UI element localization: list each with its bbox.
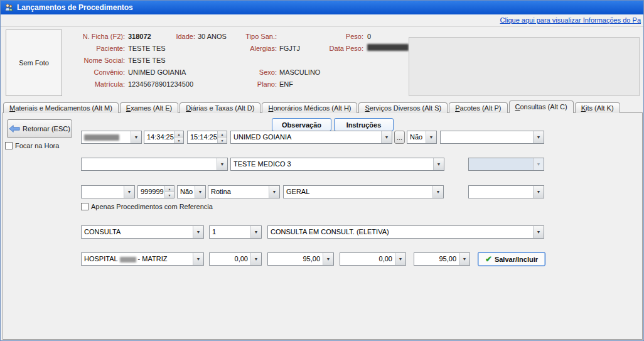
tab-label: Materiais e Medicamentos (Alt M) [9,104,112,112]
patient-plan-value: ENF [279,80,293,88]
observacao-button-label: Observação [282,121,321,129]
horario-esp-combo[interactable]: Não ▼ [407,131,437,144]
spinner-buttons: ▲▼ [164,186,174,198]
prioridade-combo[interactable]: ▼ [468,185,544,198]
dropdown-arrow-icon[interactable]: ▼ [250,253,261,265]
dropdown-arrow-icon[interactable]: ▼ [195,186,205,198]
dropdown-arrow-icon[interactable]: ▼ [533,186,544,198]
procedures-window: Lançamentos de Procedimentos Clique aqui… [0,0,644,341]
codigo-proc-value: 1 [210,226,250,238]
dropdown-arrow-icon[interactable]: ▼ [381,131,392,143]
convenio-combo[interactable]: UNIMED GOIANIA ▼ [230,131,392,144]
tab-exames[interactable]: Exames (Alt E) [120,102,178,113]
valor-convenio-combo[interactable]: 95,00 ▼ [267,252,334,266]
rotina-emergencia-combo[interactable]: Rotina ▼ [208,185,280,198]
origem-combo[interactable]: GERAL ▼ [283,185,444,198]
photo-placeholder-text: Sem Foto [19,59,49,67]
spin-up-icon[interactable]: ▲ [218,131,227,138]
check-icon: ✔ [485,255,492,263]
prioridade-value [469,186,533,198]
dropdown-arrow-icon[interactable]: ▼ [426,131,436,143]
patient-allergies-label: Alergias: [227,45,277,52]
tab-honorarios-medicos[interactable]: Honorários Médicos (Alt H) [262,102,357,113]
hora-inicial-value: 14:34:25 [144,131,174,143]
spin-down-icon[interactable]: ▼ [165,192,174,198]
quant-dias-spinner[interactable]: 999999 ▲▼ [137,185,174,198]
retornar-button[interactable]: Retornar (ESC) [7,119,72,138]
total-ch-combo[interactable]: 0,00 ▼ [209,252,262,266]
dropdown-arrow-icon[interactable]: ▼ [533,131,544,143]
dropdown-arrow-icon[interactable]: ▼ [193,253,203,265]
observacao-button[interactable]: Observação [272,118,331,131]
matricula-combo: ▼ [468,158,544,171]
agendada-combo[interactable]: Não ▼ [177,185,206,198]
hora-inicial-spinner[interactable]: 14:34:25 ▲▼ [144,131,184,144]
dropdown-arrow-icon[interactable]: ▼ [124,186,134,198]
tab-label: Honorários Médicos (Alt H) [268,104,351,112]
patient-sex-label: Sexo: [227,68,277,76]
total-ch-value: 0,00 [210,253,250,265]
data-f6-combo[interactable]: ▼ [81,131,142,144]
checkbox-icon[interactable] [81,203,89,210]
patient-weight-label: Peso: [314,33,363,40]
spin-down-icon[interactable]: ▼ [218,138,227,143]
checkbox-icon[interactable] [5,142,13,149]
dropdown-arrow-icon[interactable]: ▼ [459,253,470,265]
rotina-emergencia-value: Rotina [208,186,269,198]
dropdown-arrow-icon[interactable]: ▼ [131,131,141,143]
instrucoes-button[interactable]: Instruções [334,118,394,131]
dropdown-arrow-icon[interactable]: ▼ [533,226,544,238]
valor-paciente-combo[interactable]: 0,00 ▼ [340,252,406,266]
valor-paciente-value: 0,00 [340,253,395,265]
nome-medico-combo[interactable]: TESTE MEDICO 3 ▼ [230,158,444,171]
patient-ficha-label: N. Ficha (F2): [63,33,125,40]
patient-plan-label: Plano: [227,80,277,88]
window-title: Lançamentos de Procedimentos [17,3,133,12]
historico-value: CONSULTA [82,226,193,238]
spin-down-icon[interactable]: ▼ [174,138,183,143]
prestador-combo[interactable]: ▼ [81,158,228,171]
hora-final-spinner[interactable]: 15:14:25 ▲▼ [187,131,227,144]
arrow-left-icon [9,124,20,133]
dropdown-arrow-icon[interactable]: ▼ [323,253,333,265]
convenio-ellipsis-button[interactable]: ... [394,131,405,144]
spin-up-icon[interactable]: ▲ [165,186,174,192]
dropdown-arrow-icon[interactable]: ▼ [193,226,203,238]
ultima-consulta-value [82,186,124,198]
patient-weight-date-redacted-value [367,44,409,51]
patient-info-link[interactable]: Clique aqui para visualizar Informações … [500,16,641,24]
valor-convenio-value: 95,00 [268,253,323,265]
unidade-combo[interactable]: HOSPITAL- MATRIZ ▼ [81,252,204,266]
historico-combo[interactable]: CONSULTA ▼ [81,225,204,239]
tab-materiais-medicamentos[interactable]: Materiais e Medicamentos (Alt M) [3,102,119,113]
quant-dias-value: 999999 [138,186,164,198]
ultima-consulta-combo[interactable]: ▼ [81,185,135,198]
tab-servicos-diversos[interactable]: Serviços Diversos (Alt S) [358,102,448,113]
valor-total-combo[interactable]: 95,00 ▼ [414,252,470,266]
spin-up-icon[interactable]: ▲ [174,131,183,138]
dropdown-arrow-icon[interactable]: ▼ [269,186,279,198]
patient-name-value: TESTE TES [128,45,166,52]
tab-consultas[interactable]: Consultas (Alt C) [509,100,574,113]
matricula-value [469,158,533,170]
patient-weight-value: 0 [367,33,371,40]
focar-na-hora-checkbox[interactable]: Focar na Hora [5,142,59,149]
dropdown-arrow-icon[interactable]: ▼ [432,186,443,198]
grupo-lancamento-combo[interactable]: ▼ [440,131,544,144]
dropdown-arrow-icon[interactable]: ▼ [250,226,261,238]
patient-social-name-value: TESTE TES [128,57,166,64]
salvar-incluir-button[interactable]: ✔ Salvar/Incluir [478,252,545,266]
title-bar[interactable]: Lançamentos de Procedimentos [1,1,644,14]
dropdown-arrow-icon[interactable]: ▼ [217,158,227,170]
tab-pacotes[interactable]: Pacotes (Alt P) [449,102,507,113]
apenas-referencia-checkbox[interactable]: Apenas Procedimentos com Referencia [81,203,213,210]
tab-label: Pacotes (Alt P) [455,104,501,112]
tab-label: Consultas (Alt C) [515,103,567,111]
dropdown-arrow-icon[interactable]: ▼ [395,253,405,265]
patient-registration-label: Matrícula: [63,80,125,88]
dropdown-arrow-icon[interactable]: ▼ [433,158,444,170]
tab-kits[interactable]: Kits (Alt K) [575,102,620,113]
tab-diarias-taxas[interactable]: Diárias e Taxas (Alt D) [180,102,260,113]
procedimento-combo[interactable]: CONSULTA EM CONSULT. (ELETIVA) ▼ [267,225,544,239]
codigo-proc-combo[interactable]: 1 ▼ [209,225,262,239]
